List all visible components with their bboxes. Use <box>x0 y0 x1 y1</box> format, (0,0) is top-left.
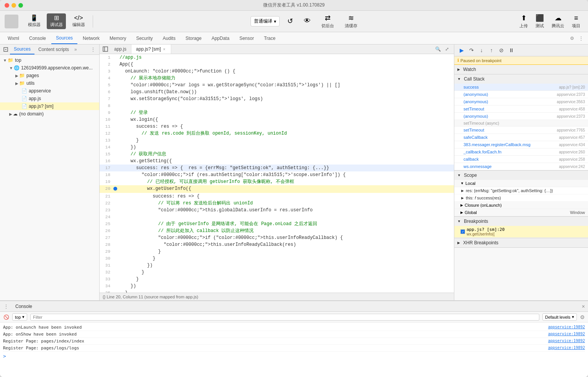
step-into-button[interactable]: ↓ <box>477 46 486 54</box>
watch-section-header[interactable]: ▶ Watch <box>454 65 588 74</box>
pause-on-exceptions-button[interactable]: ⏸ <box>507 46 516 54</box>
tab-network[interactable]: Network <box>78 32 104 44</box>
call-stack-row-callback-foreach[interactable]: _callback.forEach.fn appservice:260 <box>454 148 588 156</box>
console-levels-selector[interactable]: Default levels ▾ <box>542 313 577 321</box>
code-line-28: 28 "color:#0000cc;">this.userInfoReadyCa… <box>100 241 454 248</box>
code-line-26: 26 // 所以此处加入 callback 以防止这种情况 <box>100 227 454 234</box>
step-out-button[interactable]: ↑ <box>487 46 496 54</box>
code-panel-icon[interactable] <box>101 45 110 53</box>
scope-closure-label: Closure (onLaunch) <box>465 203 502 207</box>
tab-more-icon[interactable]: ⋮ <box>577 35 585 42</box>
step-over-button[interactable]: ↷ <box>467 46 476 54</box>
deactivate-breakpoints-button[interactable]: ⊘ <box>497 46 506 54</box>
tab-memory[interactable]: Memory <box>105 32 131 44</box>
tree-item-appjs[interactable]: 📄 app.js <box>0 95 99 102</box>
xhr-breakpoints-section-header[interactable]: ▶ XHR Breakpoints <box>454 238 588 247</box>
console-log-src-2[interactable]: appservice:19892 <box>548 332 585 336</box>
code-tab-appjs-sm[interactable]: app.js? [sm] × <box>131 44 171 54</box>
breakpoints-body: ✓ app.js? [sm]:20 wx.getUserInfo({ <box>454 226 588 238</box>
breakpoint-row-1[interactable]: ✓ app.js? [sm]:20 wx.getUserInfo({ <box>454 226 588 238</box>
call-stack-row-anonymous-2[interactable]: (anonymous) appservice:3563 <box>454 98 588 105</box>
console-prompt[interactable]: > <box>3 352 585 361</box>
console-context-selector[interactable]: top ▾ <box>12 313 27 321</box>
console-filter-input[interactable] <box>30 314 539 321</box>
no-entry-icon[interactable]: 🚫 <box>3 314 9 320</box>
call-stack-row-anonymous-3[interactable]: (anonymous) appservice:2373 <box>454 113 588 120</box>
tree-item-appjs-sm[interactable]: 📄 app.js? [sm] <box>0 102 99 110</box>
project-button[interactable]: ≡ 项目 <box>569 13 583 30</box>
tab-console[interactable]: Console <box>25 32 51 44</box>
breakpoints-section-header[interactable]: ▼ Breakpoints <box>454 217 588 226</box>
tree-item-appservice-file[interactable]: 📄 appservice <box>0 87 99 95</box>
maximize-button[interactable] <box>18 3 23 8</box>
console-settings-icon[interactable]: ⚙ <box>580 314 585 320</box>
file-tree-collapse-icon[interactable] <box>2 45 10 54</box>
scope-closure-header[interactable]: ▶ Closure (onLaunch) <box>454 202 588 209</box>
tree-item-no-domain[interactable]: ▶ ☁ (no domain) <box>0 110 99 118</box>
tab-appdata[interactable]: AppData <box>207 32 234 44</box>
call-stack-row-anonymous-1[interactable]: (anonymous) appservice:2373 <box>454 91 588 98</box>
code-search-icon[interactable]: 🔍 <box>434 45 442 53</box>
panel-tabs-more[interactable]: » <box>74 47 77 52</box>
tab-sensor[interactable]: Sensor <box>235 32 259 44</box>
scope-local-res[interactable]: ► res: {errMsg: "getSetting:ok", authSet… <box>454 187 588 194</box>
scope-global-header[interactable]: ▶ Global Window <box>454 209 588 216</box>
tencent-cloud-button[interactable]: ☁ 腾讯云 <box>549 12 567 30</box>
code-line-5: 5 "color:#0000cc;">var logs = wx.getStor… <box>100 82 454 89</box>
tree-item-pages[interactable]: ▶ 📁 pages <box>0 72 99 79</box>
preview-button[interactable]: 👁 <box>301 15 314 27</box>
console-log-src-1[interactable]: appservice:19892 <box>548 325 585 329</box>
scope-local-this[interactable]: ► this: f success(res) <box>454 194 588 202</box>
panel-settings-icon[interactable]: ⋮ <box>88 45 98 54</box>
code-content[interactable]: 1//app.js2App({3 onLaunch: "color:#0000c… <box>100 54 454 293</box>
debugger-button[interactable]: ⊞ 调试器 <box>47 13 66 29</box>
tab-storage[interactable]: Storage <box>181 32 206 44</box>
tree-item-utils[interactable]: ▶ 📁 utils <box>0 79 99 87</box>
breakpoint-checkbox[interactable]: ✓ <box>460 229 465 234</box>
file-tree-panel: Sources Content scripts » ⋮ ▼ 📁 top <box>0 44 100 300</box>
call-stack-row-settimeout-1[interactable]: setTimeout appservice:458 <box>454 105 588 113</box>
tree-label-top: top <box>15 58 21 63</box>
upload-button[interactable]: ⬆ 上传 <box>516 12 531 30</box>
console-log-src-3[interactable]: appservice:19892 <box>548 339 585 343</box>
tab-trace[interactable]: Trace <box>259 32 280 44</box>
test-button[interactable]: ⬛ 测试 <box>532 12 547 30</box>
cutback-button[interactable]: ⇄ 切后台 <box>318 12 337 30</box>
context-dropdown-icon: ▾ <box>22 314 25 319</box>
call-stack-row-callback[interactable]: callback appservice:258 <box>454 156 588 163</box>
code-tab-close-icon[interactable]: × <box>162 47 166 51</box>
scope-local-header[interactable]: ▼ Local <box>454 180 588 187</box>
call-stack-row-383[interactable]: 383.messager.registerCallback.msg appser… <box>454 141 588 148</box>
window-title: 微信开发者工具 v1.00.170829 <box>263 2 324 8</box>
tab-wxml[interactable]: Wxml <box>3 32 24 44</box>
tab-settings-icon[interactable]: ⚙ <box>568 35 576 42</box>
tree-item-top[interactable]: ▼ 📁 top <box>0 56 99 64</box>
code-tab-appjs[interactable]: app.js <box>110 44 131 54</box>
close-button[interactable] <box>5 3 9 8</box>
tab-security[interactable]: Security <box>131 32 157 44</box>
scope-section-header[interactable]: ▼ Scope <box>454 171 588 180</box>
code-expand-icon[interactable]: ⤢ <box>443 45 451 53</box>
clear-button[interactable]: ≋ 清缓存 <box>342 12 360 30</box>
tab-audits[interactable]: Audits <box>158 32 180 44</box>
call-stack-row-ws-onmessage[interactable]: ws.onmessage appservice:242 <box>454 163 588 170</box>
panel-tab-sources[interactable]: Sources <box>10 44 34 54</box>
call-stack-section-header[interactable]: ▼ Call Stack <box>454 74 588 84</box>
console-panel-menu-icon[interactable]: ⋮ <box>3 303 9 310</box>
minimize-button[interactable] <box>11 3 16 8</box>
editor-button[interactable]: </> 编辑器 <box>69 13 88 29</box>
simulator-button[interactable]: 📱 模拟器 <box>25 13 44 29</box>
call-stack-row-safecallback[interactable]: safeCallback appservice:457 <box>454 134 588 141</box>
call-stack-row-success[interactable]: success app.js? [sm]:20 <box>454 84 588 91</box>
refresh-button[interactable]: ↺ <box>284 15 296 28</box>
console-close-button[interactable]: × <box>582 303 585 310</box>
call-stack-row-settimeout-2[interactable]: setTimeout appservice:7765 <box>454 127 588 134</box>
tree-item-appservice-domain[interactable]: ▼ 🌐 1261949599.appservice.open.we... <box>0 64 99 72</box>
line-content-26: // 所以此处加入 callback 以防止这种情况 <box>118 227 454 234</box>
console-log-src-4[interactable]: appservice:19892 <box>548 346 585 350</box>
panel-tab-content-scripts[interactable]: Content scripts <box>34 45 73 54</box>
resume-button[interactable]: ▶ <box>457 46 466 54</box>
debugger-icon: ⊞ <box>54 15 59 21</box>
tab-sources[interactable]: Sources <box>51 32 77 44</box>
compile-select[interactable]: 普通编译 ▾ <box>251 16 280 26</box>
